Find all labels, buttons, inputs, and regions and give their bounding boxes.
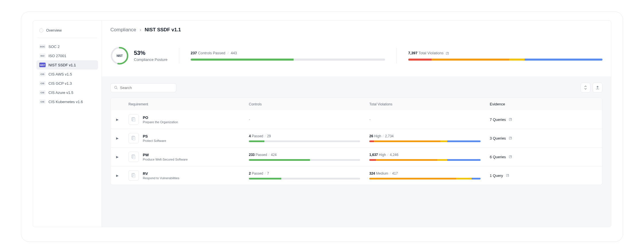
violations-count: 7,397 — [408, 51, 418, 55]
document-icon — [128, 170, 139, 181]
requirement-code: PW — [143, 153, 188, 157]
violations-cell: 1,637 High/4,246 — [365, 149, 485, 165]
sidebar-item-soc-2[interactable]: SOC SOC 2 — [36, 42, 98, 51]
sidebar-item-iso-27001[interactable]: ISO ISO 27001 — [36, 51, 98, 60]
controls-total: 443 — [231, 51, 237, 55]
col-evidence: Evidence — [485, 98, 591, 110]
summary-bar: NIST 53% Compliance Posture 237 Controls… — [102, 38, 611, 76]
sidebar-item-label: CIS AWS v1.5 — [48, 72, 72, 76]
sidebar-item-cis-aws-v1-5[interactable]: CIS CIS AWS v1.5 — [36, 70, 98, 79]
svg-point-2 — [114, 86, 117, 88]
requirement-name: Respond to Vulnerabilities — [143, 176, 179, 180]
table-row: ▶ RV Respond to Vulnerabilities 2 Passed… — [111, 166, 602, 185]
requirement-name: Prepare the Organization — [143, 120, 178, 124]
search-input[interactable] — [120, 86, 173, 90]
violations-bar — [408, 59, 602, 61]
document-icon — [128, 133, 139, 143]
controls-passed-label: Controls Passed — [198, 51, 225, 55]
framework-badge: ISO — [39, 53, 46, 58]
violations-mini-bar — [369, 178, 481, 180]
framework-badge: CIS — [39, 72, 46, 76]
external-link-icon[interactable] — [446, 52, 449, 55]
requirement-code: RV — [143, 171, 179, 176]
sort-button[interactable] — [581, 83, 590, 92]
sidebar-item-label: CIS Azure v1.5 — [48, 90, 73, 95]
controls-cell: 233 Passed/424 — [244, 149, 365, 165]
sidebar-item-label: NIST SSDF v1.1 — [48, 63, 76, 67]
breadcrumb-root[interactable]: Compliance — [110, 27, 136, 33]
violations-cell: 324 Medium/417 — [365, 167, 485, 184]
external-link-icon[interactable] — [509, 155, 512, 159]
controls-cell: 4 Passed/29 — [244, 130, 365, 146]
compliance-posture: NIST 53% Compliance Posture — [110, 47, 167, 65]
table-row: ▶ PO Prepare the Organization - - 7 Quer… — [111, 110, 602, 129]
sidebar-item-label: CIS Kubernetes v1.6 — [48, 100, 83, 104]
sidebar-item-label: CIS GCP v1.3 — [48, 81, 72, 86]
sidebar-item-label: ISO 27001 — [48, 54, 66, 58]
requirement-name: Protect Software — [143, 139, 166, 142]
posture-label: Compliance Posture — [134, 57, 167, 62]
controls-passed-count: 237 — [191, 51, 197, 55]
controls-bar — [191, 59, 385, 61]
violations-label: Total Violations — [418, 51, 443, 55]
overview-icon — [39, 28, 43, 32]
expand-button[interactable]: ▶ — [114, 135, 120, 141]
evidence-cell[interactable]: 6 Queries — [485, 151, 591, 163]
requirements-table: Requirement Controls Total Violations Ev… — [110, 98, 602, 185]
breadcrumb: Compliance › NIST SSDF v1.1 — [102, 21, 611, 38]
violations-mini-bar — [369, 159, 481, 161]
framework-badge: CIS — [39, 99, 46, 104]
search-box[interactable] — [110, 83, 176, 92]
expand-button[interactable]: ▶ — [114, 116, 120, 123]
breadcrumb-current: NIST SSDF v1.1 — [145, 27, 181, 33]
col-violations: Total Violations — [365, 98, 485, 110]
evidence-cell[interactable]: 1 Query — [485, 169, 591, 182]
sidebar-item-cis-gcp-v1-3[interactable]: CIS CIS GCP v1.3 — [36, 79, 98, 88]
divider — [397, 48, 397, 63]
external-link-icon[interactable] — [509, 136, 512, 140]
col-controls: Controls — [244, 98, 365, 110]
requirement-code: PS — [143, 134, 166, 138]
sidebar-overview[interactable]: Overview — [36, 26, 98, 35]
controls-mini-bar — [249, 140, 360, 142]
svg-line-3 — [117, 88, 118, 89]
main: Compliance › NIST SSDF v1.1 NIST 53% — [102, 21, 611, 227]
requirement-code: PO — [143, 115, 178, 120]
sidebar-item-cis-kubernetes-v1-6[interactable]: CIS CIS Kubernetes v1.6 — [36, 97, 98, 106]
framework-badge: CIS — [39, 90, 46, 95]
document-icon — [128, 114, 139, 125]
table-toolbar — [110, 83, 602, 92]
framework-badge: CIS — [39, 81, 46, 86]
divider — [179, 48, 179, 63]
export-button[interactable] — [593, 83, 602, 92]
posture-gauge: NIST — [110, 47, 129, 65]
upload-icon — [596, 86, 600, 90]
col-requirement: Requirement — [124, 98, 244, 110]
controls-mini-bar — [249, 159, 360, 161]
controls-passed-stat: 237 Controls Passed / 443 — [191, 51, 385, 61]
violations-stat: 7,397 Total Violations — [408, 51, 602, 61]
framework-badge: SOC — [39, 44, 46, 49]
sidebar-item-nist-ssdf-v1-1[interactable]: NIST NIST SSDF v1.1 — [36, 60, 98, 70]
controls-mini-bar — [249, 178, 360, 180]
violations-cell: 26 High/2,734 — [365, 130, 485, 146]
sidebar-item-label: Overview — [46, 28, 62, 32]
table-row: ▶ PW Produce Well-Secured Software 233 P… — [111, 147, 602, 166]
sort-icon — [584, 86, 587, 90]
evidence-cell[interactable]: 3 Queries — [485, 132, 591, 144]
table-row: ▶ PS Protect Software 4 Passed/29 26 Hig… — [111, 129, 602, 147]
external-link-icon[interactable] — [506, 174, 509, 177]
expand-button[interactable]: ▶ — [114, 172, 120, 179]
controls-cell: 2 Passed/7 — [244, 167, 365, 184]
sidebar-item-label: SOC 2 — [48, 45, 60, 49]
evidence-cell[interactable]: 7 Queries — [485, 113, 591, 126]
table-region: Requirement Controls Total Violations Ev… — [102, 76, 611, 227]
document-icon — [128, 152, 139, 162]
sidebar-item-cis-azure-v1-5[interactable]: CIS CIS Azure v1.5 — [36, 88, 98, 97]
framework-badge: NIST — [39, 63, 46, 67]
sidebar: Overview SOC SOC 2ISO ISO 27001NIST NIST… — [33, 21, 102, 227]
nist-logo: NIST — [110, 47, 129, 65]
expand-button[interactable]: ▶ — [114, 154, 120, 160]
external-link-icon[interactable] — [509, 118, 512, 121]
controls-cell: - — [244, 113, 365, 126]
